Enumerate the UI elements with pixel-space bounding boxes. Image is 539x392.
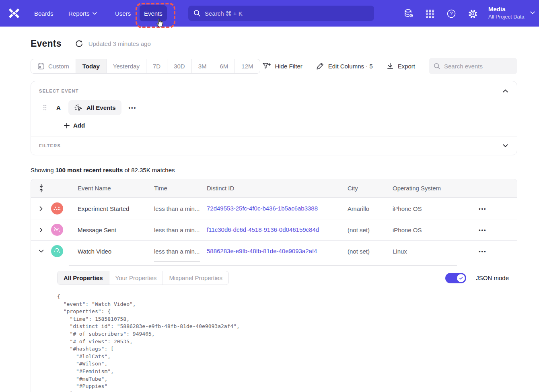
distinct-id-link[interactable]: 5886283e-e9fb-48fb-81de-40e9093a2af4 xyxy=(207,248,317,254)
edit-columns-button[interactable]: Edit Columns · 5 xyxy=(316,62,373,70)
os-cell: Linux xyxy=(393,248,479,255)
column-header-city[interactable]: City xyxy=(348,185,393,192)
row-menu-button[interactable]: ••• xyxy=(479,227,487,233)
nav-label-events: Events xyxy=(144,10,163,17)
expand-filters-button[interactable] xyxy=(502,142,509,149)
filters-section: FILTERS xyxy=(31,136,517,155)
nav-item-reports[interactable]: Reports xyxy=(68,0,97,27)
page-title: Events xyxy=(31,38,62,49)
date-range-yesterday[interactable]: Yesterday xyxy=(106,59,146,73)
column-header-event-name[interactable]: Event Name xyxy=(78,185,154,192)
date-range-label: Custom xyxy=(48,63,69,70)
search-events-bar[interactable] xyxy=(429,58,517,74)
row-menu-button[interactable]: ••• xyxy=(479,248,487,254)
event-avatar xyxy=(51,224,63,236)
event-avatar xyxy=(51,202,63,215)
filters-label: FILTERS xyxy=(39,143,61,148)
table-row[interactable]: Experiment Started less than a min... 72… xyxy=(31,198,517,219)
refresh-icon[interactable] xyxy=(75,39,83,47)
chevron-up-icon xyxy=(503,89,508,93)
date-range-control: Custom Today Yesterday 7D 30D 3M 6M 12M xyxy=(31,59,260,74)
selected-event-name: All Events xyxy=(86,104,116,111)
date-range-label: 12M xyxy=(241,63,253,70)
date-range-label: Today xyxy=(82,63,100,70)
export-label: Export xyxy=(398,63,415,70)
updated-timestamp: Updated 3 minutes ago xyxy=(88,40,151,47)
horizontal-scrollbar[interactable] xyxy=(69,265,457,266)
json-mode-toggle[interactable] xyxy=(445,273,466,283)
search-events-input[interactable] xyxy=(444,63,512,70)
event-json-viewer: { "event": "Watch Video", "properties": … xyxy=(57,293,509,392)
download-icon xyxy=(387,62,394,70)
add-label: Add xyxy=(73,122,85,129)
date-range-custom[interactable]: Custom xyxy=(31,59,76,73)
svg-text:?: ? xyxy=(450,11,453,17)
results-suffix: of 82.35K matches xyxy=(123,167,175,173)
row-menu-button[interactable]: ••• xyxy=(479,206,487,212)
column-header-distinct-id[interactable]: Distinct ID xyxy=(207,185,348,192)
tab-all-properties[interactable]: All Properties xyxy=(58,271,109,285)
controls-row: Custom Today Yesterday 7D 30D 3M 6M 12M … xyxy=(31,58,517,74)
table-row-expanded[interactable]: Watch Video less than a min... 5886283e-… xyxy=(31,240,517,262)
data-management-icon[interactable] xyxy=(403,8,414,19)
export-button[interactable]: Export xyxy=(387,62,415,70)
os-cell: iPhone OS xyxy=(393,205,479,212)
tab-your-properties[interactable]: Your Properties xyxy=(109,271,163,285)
clause-more-button[interactable]: ••• xyxy=(129,105,137,111)
json-mode-label: JSON mode xyxy=(476,274,509,281)
expand-row-icon[interactable] xyxy=(31,206,51,211)
tab-mixpanel-properties[interactable]: Mixpanel Properties xyxy=(163,271,228,285)
table-row[interactable]: Message Sent less than a min... f11c30d6… xyxy=(31,219,517,240)
event-time-cell: less than a min... xyxy=(154,205,207,212)
nav-item-users[interactable]: Users xyxy=(115,0,131,27)
apps-grid-icon[interactable] xyxy=(425,8,435,19)
nav-item-boards[interactable]: Boards xyxy=(34,0,53,27)
date-range-today[interactable]: Today xyxy=(76,59,106,73)
column-header-os[interactable]: Operating System xyxy=(393,185,479,192)
date-range-12m[interactable]: 12M xyxy=(235,59,259,73)
chevron-down-icon xyxy=(93,12,97,15)
global-search-input[interactable] xyxy=(205,10,369,17)
date-range-6m[interactable]: 6M xyxy=(213,59,235,73)
json-mode-control: JSON mode xyxy=(445,273,509,283)
help-icon[interactable]: ? xyxy=(446,8,457,19)
sort-rows-icon[interactable] xyxy=(31,184,51,192)
date-range-label: 7D xyxy=(153,63,160,70)
nav-label-reports: Reports xyxy=(68,10,90,17)
column-header-time[interactable]: Time xyxy=(154,185,207,192)
collapse-row-icon[interactable] xyxy=(31,250,51,253)
nav-label-users: Users xyxy=(115,10,131,17)
date-range-label: 6M xyxy=(220,63,228,70)
date-range-30d[interactable]: 30D xyxy=(167,59,191,73)
search-icon xyxy=(434,63,440,70)
filter-icon xyxy=(262,62,271,70)
nav-item-events-active[interactable]: Events xyxy=(140,5,167,21)
date-range-label: Yesterday xyxy=(113,63,140,70)
city-cell: (not set) xyxy=(348,227,393,233)
distinct-id-link[interactable]: f11c30d6-dc6d-4518-9136-0d046159c84d xyxy=(207,226,319,233)
project-selector[interactable]: Media All Project Data xyxy=(488,5,525,21)
event-name-cell: Experiment Started xyxy=(78,205,154,212)
settings-gear-icon[interactable] xyxy=(467,8,478,19)
chevron-down-icon xyxy=(503,144,508,147)
date-range-3m[interactable]: 3M xyxy=(191,59,213,73)
date-range-7d[interactable]: 7D xyxy=(146,59,167,73)
project-chevron-down-icon[interactable] xyxy=(530,11,535,14)
calendar-icon xyxy=(37,62,45,70)
event-selector-chip[interactable]: All Events xyxy=(68,100,121,115)
add-event-button[interactable]: Add xyxy=(39,122,91,129)
select-event-label: SELECT EVENT xyxy=(39,89,79,93)
nav-label-boards: Boards xyxy=(34,10,53,17)
results-prefix: Showing xyxy=(31,167,56,173)
mixpanel-logo-icon[interactable] xyxy=(7,7,21,20)
drag-handle-icon[interactable] xyxy=(43,105,47,111)
city-cell: (not set) xyxy=(348,248,393,255)
os-cell: iPhone OS xyxy=(393,227,479,233)
query-builder-card: SELECT EVENT A xyxy=(31,81,517,155)
collapse-section-button[interactable] xyxy=(502,87,509,95)
hide-filter-button[interactable]: Hide Filter xyxy=(262,62,302,70)
results-summary: Showing 100 most recent results of 82.35… xyxy=(31,167,517,173)
expand-row-icon[interactable] xyxy=(31,227,51,233)
global-search-bar[interactable] xyxy=(188,6,374,21)
distinct-id-link[interactable]: 72d49553-25fc-4f0c-b436-1b5ac6ab3388 xyxy=(207,205,318,212)
